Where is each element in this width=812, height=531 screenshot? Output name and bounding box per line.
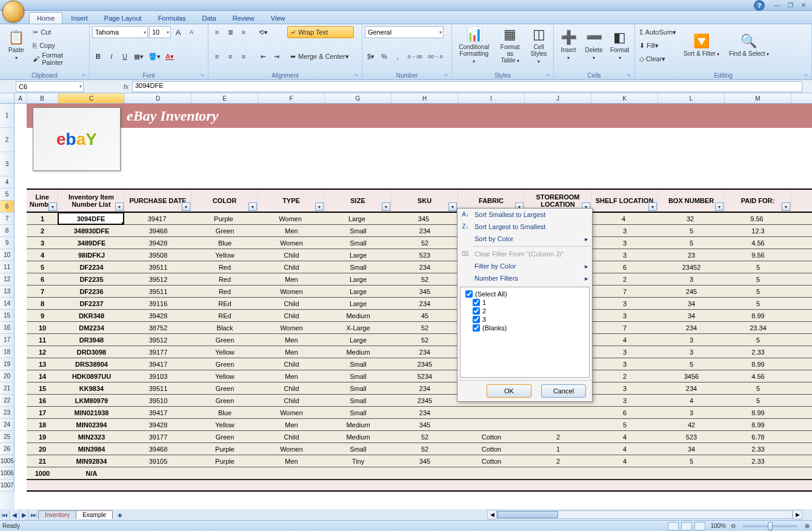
cell[interactable]: Purple (190, 213, 257, 224)
align-right-button[interactable]: ≡ (238, 50, 250, 62)
cell[interactable]: 523 (391, 249, 458, 261)
cell[interactable] (125, 467, 191, 479)
cell[interactable]: 5 (725, 382, 791, 394)
filter-check-item[interactable]: (Select All) (464, 290, 585, 298)
column-header-B[interactable]: B (27, 93, 58, 103)
cell[interactable]: 3 (591, 298, 658, 309)
filter-button[interactable]: ▼ (48, 202, 57, 211)
cell[interactable]: 23452 (658, 261, 725, 273)
cell[interactable] (525, 419, 591, 430)
cell[interactable]: Red (191, 261, 258, 273)
cell[interactable]: 7 (591, 322, 658, 333)
cell[interactable]: 14 (27, 370, 58, 382)
column-header-F[interactable]: F (258, 93, 325, 103)
cell[interactable]: 39417 (125, 407, 191, 418)
row-header-19[interactable]: 19 (0, 358, 15, 370)
cell[interactable]: Child (258, 249, 325, 261)
paste-button[interactable]: 📋Paste (2, 25, 30, 65)
filter-button[interactable]: ▼ (115, 202, 124, 211)
merge-center-button[interactable]: ⬌ Merge & Center ▾ (287, 50, 354, 62)
cell[interactable] (525, 467, 591, 479)
sheet-nav-prev[interactable]: ◀ (10, 510, 19, 519)
column-header-G[interactable]: G (325, 93, 391, 103)
page-break-view-button[interactable] (694, 522, 705, 530)
cell[interactable] (725, 467, 791, 479)
scroll-thumb[interactable] (498, 511, 558, 518)
cell[interactable]: Child (258, 298, 325, 309)
format-painter-button[interactable]: 🖌 Format Painter (31, 53, 87, 65)
cell[interactable]: 3 (591, 249, 658, 261)
cell[interactable] (591, 467, 658, 479)
cell[interactable]: 4 (27, 249, 58, 261)
close-button[interactable]: ✕ (797, 1, 810, 10)
office-button[interactable] (2, 1, 24, 22)
column-header-cell[interactable]: COLOR▼ (191, 190, 258, 212)
delete-cells-button[interactable]: ➖Delete (582, 25, 606, 65)
cell[interactable]: 234 (391, 407, 458, 418)
cell[interactable]: Tiny (325, 455, 391, 467)
cell[interactable]: 34 (658, 310, 725, 321)
cell[interactable]: Women (258, 237, 325, 249)
cell[interactable]: 1 (27, 213, 58, 224)
cell[interactable]: Small (325, 382, 391, 394)
row-header-12[interactable]: 12 (0, 273, 15, 286)
align-center-button[interactable]: ≡ (224, 50, 236, 62)
cell[interactable]: 39428 (125, 237, 191, 249)
cell[interactable]: 8.99 (725, 358, 791, 370)
cell[interactable]: 52 (391, 237, 458, 249)
tab-view[interactable]: View (263, 12, 293, 24)
cell[interactable]: Yellow (191, 346, 258, 358)
shrink-font-button[interactable]: A (185, 26, 198, 38)
cell[interactable]: Cotton (458, 443, 525, 455)
cell[interactable]: 4 (591, 334, 658, 346)
cell[interactable]: 1 (525, 443, 591, 455)
cell[interactable]: Medium (325, 431, 391, 442)
cell[interactable]: Purple (191, 455, 258, 467)
cell[interactable]: 3 (591, 346, 658, 358)
cell[interactable]: Men (258, 273, 325, 285)
cell[interactable]: 5 (725, 334, 791, 346)
cell[interactable]: 3 (658, 346, 725, 358)
cell[interactable]: Women (258, 407, 325, 418)
zoom-out-button[interactable]: ⊖ (731, 523, 736, 529)
row-header-18[interactable]: 18 (0, 346, 15, 358)
row-header-11[interactable]: 11 (0, 261, 15, 273)
column-header-cell[interactable]: BOX NUMBER▼ (658, 190, 725, 212)
cell[interactable]: 234 (658, 322, 725, 333)
cell[interactable]: Men (258, 225, 325, 236)
row-header-20[interactable]: 20 (0, 370, 15, 382)
filter-button[interactable]: ▼ (715, 202, 724, 211)
align-middle-button[interactable]: ≣ (224, 26, 236, 38)
zoom-in-button[interactable]: ⊕ (805, 523, 810, 529)
cell[interactable]: 98IDFKJ (58, 249, 125, 261)
zoom-slider[interactable] (743, 525, 797, 527)
cell[interactable]: DRS38904 (58, 358, 125, 370)
cell[interactable]: 2 (591, 370, 658, 382)
grow-font-button[interactable]: A (172, 26, 184, 38)
cell[interactable]: 39508 (125, 249, 191, 261)
cell[interactable]: 39512 (125, 334, 191, 346)
column-header-cell[interactable]: TYPE▼ (258, 190, 325, 212)
cell[interactable]: REd (191, 298, 258, 309)
cell[interactable]: Yellow (191, 249, 258, 261)
cell[interactable]: Men (258, 334, 325, 346)
row-header-1007[interactable]: 1007 (0, 479, 15, 492)
row-header-22[interactable]: 22 (0, 395, 15, 407)
cell[interactable] (525, 407, 591, 418)
cell[interactable]: X-Large (325, 322, 391, 333)
column-header-cell[interactable]: Inventory Item Number List▼ (58, 190, 125, 212)
column-header-L[interactable]: L (658, 93, 725, 103)
cell[interactable]: 3 (591, 310, 658, 321)
cell[interactable]: 19 (27, 431, 58, 442)
cell[interactable]: Women (258, 443, 325, 455)
row-header-21[interactable]: 21 (0, 382, 15, 395)
cell[interactable]: 16 (27, 395, 58, 406)
cell[interactable]: Blue (191, 237, 258, 249)
cell[interactable] (458, 407, 525, 418)
cell[interactable]: 2 (525, 455, 591, 467)
new-sheet-button[interactable]: ◈ (115, 510, 125, 519)
column-header-cell[interactable]: SHELF LOCATION▼ (591, 190, 658, 212)
cell[interactable]: 2.33 (725, 346, 791, 358)
cell[interactable]: 17 (27, 407, 58, 418)
bold-button[interactable]: B (92, 50, 104, 62)
